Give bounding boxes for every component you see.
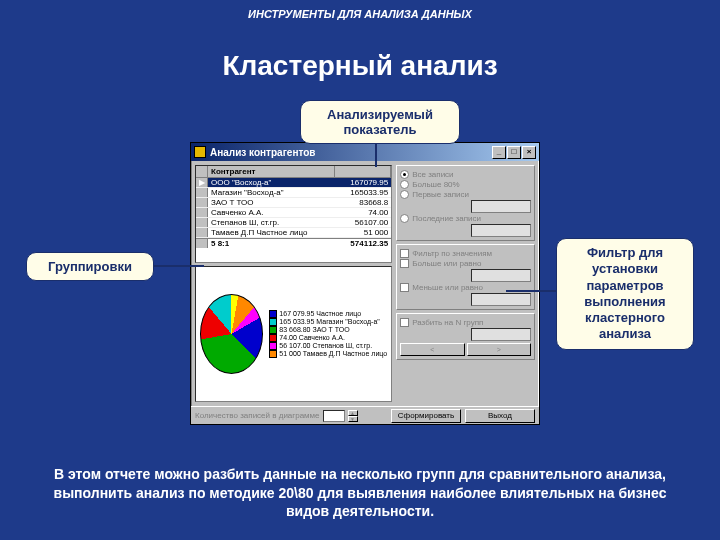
record-count-input[interactable] (323, 410, 345, 422)
value-filter-fieldset: Фильтр по значениям Больше или равно Мен… (396, 244, 535, 310)
radio-last[interactable]: Последние записи (400, 214, 531, 223)
window-titlebar[interactable]: Анализ контрагентов _ □ × (191, 143, 539, 161)
data-grid[interactable]: Контрагент ▶ООО "Восход-а"167079.95Магаз… (195, 165, 392, 263)
callout-filter: Фильтр для установки параметров выполнен… (556, 238, 694, 350)
legend-item: 51 000 Тамаев Д.П Частное лицо (269, 350, 387, 358)
legend-item: 165 033.95 Магазин "Восход-а" (269, 318, 387, 326)
chk-gte[interactable]: Больше или равно (400, 259, 531, 268)
build-button[interactable]: Сформировать (391, 409, 461, 423)
first-n-input[interactable] (471, 200, 531, 213)
grid-header: Контрагент (196, 166, 391, 178)
leader-line (154, 265, 204, 267)
analysis-window: Анализ контрагентов _ □ × Контрагент ▶ОО… (190, 142, 540, 425)
group-prev-button[interactable]: < (400, 343, 464, 356)
leader-line (506, 290, 556, 292)
window-title: Анализ контрагентов (210, 147, 315, 158)
radio-all[interactable]: Все записи (400, 170, 531, 179)
group-next-button[interactable]: > (467, 343, 531, 356)
main-title: Кластерный анализ (0, 50, 720, 82)
close-button[interactable]: × (522, 146, 536, 159)
app-icon (194, 146, 206, 158)
radio-80[interactable]: Больше 80% (400, 180, 531, 189)
window-bottom-bar: Количество записей в диаграмме ▲▼ Сформи… (191, 406, 539, 424)
chk-value-filter[interactable]: Фильтр по значениям (400, 249, 531, 258)
last-n-input[interactable] (471, 224, 531, 237)
radio-first[interactable]: Первые записи (400, 190, 531, 199)
lte-input[interactable] (471, 293, 531, 306)
table-row[interactable]: ▶ООО "Восход-а"167079.95 (196, 178, 391, 188)
legend-item: 83 668.80 ЗАО Т ТОО (269, 326, 387, 334)
chart-legend: 167 079.95 Частное лицо165 033.95 Магази… (269, 310, 387, 358)
header-small: ИНСТРУМЕНТЫ ДЛЯ АНАЛИЗА ДАННЫХ (0, 8, 720, 20)
filter-fieldset: Все записи Больше 80% Первые записи Посл… (396, 165, 535, 241)
callout-groupings: Группировки (26, 252, 154, 281)
pie-chart (200, 294, 263, 374)
minimize-button[interactable]: _ (492, 146, 506, 159)
group-fieldset: Разбить на N групп < > (396, 313, 535, 360)
legend-item: 74.00 Савченко А.А. (269, 334, 387, 342)
gte-input[interactable] (471, 269, 531, 282)
record-count-spinner[interactable]: ▲▼ (348, 410, 358, 422)
record-count-label: Количество записей в диаграмме (195, 411, 320, 420)
chk-groups[interactable]: Разбить на N групп (400, 318, 531, 327)
table-row[interactable]: Степанов Ш, ст.гр.56107.00 (196, 218, 391, 228)
grid-total-row: 5 8:1 574112.35 (196, 238, 391, 248)
callout-indicator: Анализируемый показатель (300, 100, 460, 144)
groups-input[interactable] (471, 328, 531, 341)
legend-item: 56 107.00 Степанов Ш, ст.гр. (269, 342, 387, 350)
table-row[interactable]: Тамаев Д.П Частное лицо51 000 (196, 228, 391, 238)
legend-item: 167 079.95 Частное лицо (269, 310, 387, 318)
pie-chart-panel: 167 079.95 Частное лицо165 033.95 Магази… (195, 266, 392, 402)
table-row[interactable]: ЗАО Т ТОО83668.8 (196, 198, 391, 208)
footer-description: В этом отчете можно разбить данные на не… (30, 465, 690, 520)
maximize-button[interactable]: □ (507, 146, 521, 159)
table-row[interactable]: Магазин "Восход-а"165033.95 (196, 188, 391, 198)
exit-button[interactable]: Выход (465, 409, 535, 423)
table-row[interactable]: Савченко А.А.74.00 (196, 208, 391, 218)
